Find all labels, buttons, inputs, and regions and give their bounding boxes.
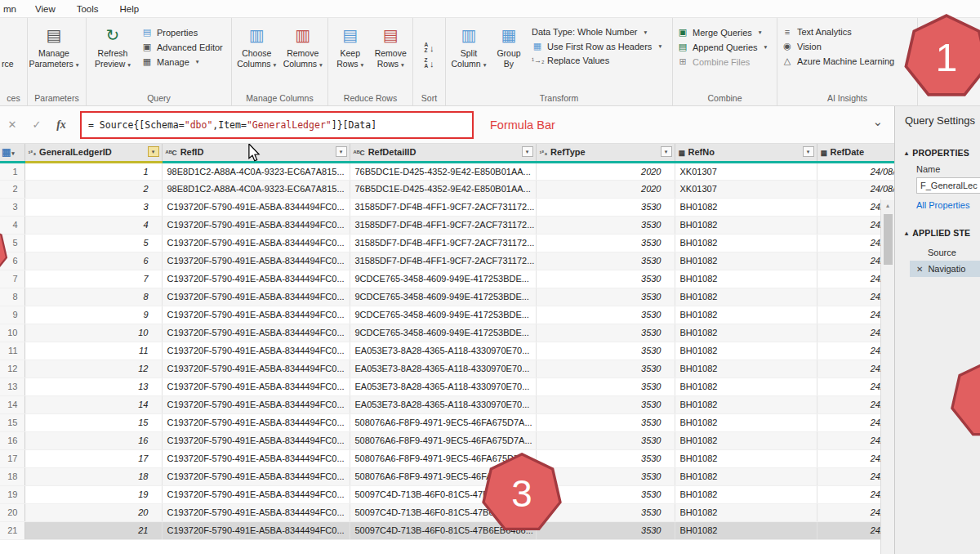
cell-refid[interactable]: C193720F-5790-491E-A5BA-8344494FC0... bbox=[162, 234, 350, 252]
cell-refdetailid[interactable]: 31585DF7-DF4B-4FF1-9CF7-2ACF731172... bbox=[350, 252, 536, 270]
row-number[interactable]: 14 bbox=[0, 395, 24, 413]
cell-refid[interactable]: C193720F-5790-491E-A5BA-8344494FC0... bbox=[162, 431, 350, 449]
cell-refid[interactable]: C193720F-5790-491E-A5BA-8344494FC0... bbox=[162, 270, 350, 288]
cell-reftype[interactable]: 3530 bbox=[536, 234, 675, 252]
append-queries-button[interactable]: ▤ Append Queries▾ bbox=[677, 42, 767, 52]
row-number[interactable]: 10 bbox=[0, 324, 24, 342]
cell-refid[interactable]: C193720F-5790-491E-A5BA-8344494FC0... bbox=[162, 198, 350, 216]
query-name-input[interactable]: F_GeneralLec bbox=[916, 177, 980, 194]
row-number[interactable]: 2 bbox=[0, 180, 24, 198]
cell-generalledgerid[interactable]: 16 bbox=[24, 431, 162, 449]
cell-reftype[interactable]: 3530 bbox=[536, 288, 675, 306]
cell-refid[interactable]: C193720F-5790-491E-A5BA-8344494FC0... bbox=[162, 288, 350, 306]
cell-refno[interactable]: BH01082 bbox=[675, 360, 817, 378]
cell-generalledgerid[interactable]: 3 bbox=[24, 198, 162, 216]
menu-tab-add-column-clipped[interactable]: mn bbox=[0, 4, 24, 14]
cell-refno[interactable]: BH01082 bbox=[675, 449, 817, 467]
filter-dropdown-icon[interactable]: ▾ bbox=[803, 146, 814, 157]
cell-reftype[interactable]: 3530 bbox=[536, 378, 675, 395]
expand-formula-bar-icon[interactable]: ⌄ bbox=[872, 114, 883, 129]
row-number[interactable]: 19 bbox=[0, 485, 24, 503]
cell-refno[interactable]: BH01082 bbox=[675, 324, 817, 342]
cell-refid[interactable]: 98E8D1C2-A88A-4C0A-9323-EC6A7A815... bbox=[162, 180, 350, 198]
text-analytics-button[interactable]: ≡ Text Analytics bbox=[782, 27, 894, 37]
cell-generalledgerid[interactable]: 7 bbox=[24, 270, 162, 288]
row-number[interactable]: 13 bbox=[0, 378, 24, 395]
menu-tab-view[interactable]: View bbox=[24, 4, 66, 14]
cell-generalledgerid[interactable]: 5 bbox=[24, 234, 162, 252]
azure-machine-learning-button[interactable]: △ Azure Machine Learning bbox=[782, 56, 894, 66]
cell-refdetailid[interactable]: EA053E73-8A28-4365-A118-4330970E70... bbox=[350, 342, 536, 360]
cell-generalledgerid[interactable]: 21 bbox=[24, 521, 162, 539]
cell-generalledgerid[interactable]: 20 bbox=[24, 503, 162, 521]
cell-refid[interactable]: C193720F-5790-491E-A5BA-8344494FC0... bbox=[162, 485, 350, 503]
row-number[interactable]: 15 bbox=[0, 413, 24, 431]
cell-refno[interactable]: BH01082 bbox=[675, 252, 817, 270]
row-number[interactable]: 9 bbox=[0, 306, 24, 324]
cell-generalledgerid[interactable]: 2 bbox=[24, 180, 162, 198]
cell-reftype[interactable]: 3530 bbox=[536, 324, 675, 342]
cell-refdetailid[interactable]: 31585DF7-DF4B-4FF1-9CF7-2ACF731172... bbox=[350, 216, 536, 234]
cancel-formula-icon[interactable]: ✕ bbox=[0, 118, 24, 131]
cell-refdate[interactable]: 24/08/0... bbox=[817, 180, 894, 198]
cell-reftype[interactable]: 2020 bbox=[536, 180, 675, 198]
cell-generalledgerid[interactable]: 10 bbox=[24, 324, 162, 342]
cell-refno[interactable]: BH01082 bbox=[675, 270, 817, 288]
cell-refno[interactable]: BH01082 bbox=[675, 485, 817, 503]
formula-input[interactable]: = Source{[Schema="dbo",Item="GeneralLedg… bbox=[80, 111, 474, 139]
cell-refno[interactable]: BH01082 bbox=[675, 395, 817, 413]
row-number[interactable]: 21 bbox=[0, 521, 24, 539]
cell-refno[interactable]: BH01082 bbox=[675, 288, 817, 306]
manage-parameters-button[interactable]: ▤ Manage Parameters▾ bbox=[30, 20, 78, 69]
remove-columns-button[interactable]: ▥ Remove Columns▾ bbox=[281, 20, 326, 69]
split-column-button[interactable]: ▥ Split Column▾ bbox=[448, 20, 489, 69]
cell-refid[interactable]: C193720F-5790-491E-A5BA-8344494FC0... bbox=[162, 413, 350, 431]
cell-refid[interactable]: C193720F-5790-491E-A5BA-8344494FC0... bbox=[162, 503, 350, 521]
vertical-scrollbar[interactable]: ▴ bbox=[880, 199, 894, 554]
cell-generalledgerid[interactable]: 18 bbox=[24, 467, 162, 485]
cell-generalledgerid[interactable]: 1 bbox=[24, 162, 162, 180]
group-by-button[interactable]: ▦ Group By bbox=[491, 20, 527, 69]
select-all-corner[interactable]: ▦▾ bbox=[0, 144, 24, 162]
cell-refdetailid[interactable]: 9CDCE765-3458-4609-949E-417253BDE... bbox=[350, 270, 536, 288]
choose-columns-button[interactable]: ▥ Choose Columns▾ bbox=[234, 20, 279, 69]
advanced-editor-button[interactable]: ▣ Advanced Editor bbox=[141, 42, 223, 52]
cell-reftype[interactable]: 3530 bbox=[536, 252, 675, 270]
column-header-refno[interactable]: ▦RefNo▾ bbox=[675, 144, 817, 162]
cell-refno[interactable]: BH01082 bbox=[675, 342, 817, 360]
cell-reftype[interactable]: 3530 bbox=[536, 431, 675, 449]
cell-generalledgerid[interactable]: 14 bbox=[24, 395, 162, 413]
merge-queries-button[interactable]: ▣ Merge Queries▾ bbox=[677, 27, 767, 38]
cell-refno[interactable]: BH01082 bbox=[675, 521, 817, 539]
cell-refid[interactable]: 98E8D1C2-A88A-4C0A-9323-EC6A7A815... bbox=[162, 162, 350, 180]
cell-refno[interactable]: BH01082 bbox=[675, 378, 817, 395]
cell-reftype[interactable]: 3530 bbox=[536, 360, 675, 378]
scroll-up-icon[interactable]: ▴ bbox=[886, 202, 889, 209]
cell-generalledgerid[interactable]: 12 bbox=[24, 360, 162, 378]
cell-refid[interactable]: C193720F-5790-491E-A5BA-8344494FC0... bbox=[162, 324, 350, 342]
cell-refno[interactable]: BH01082 bbox=[675, 503, 817, 521]
cell-refno[interactable]: BH01082 bbox=[675, 467, 817, 485]
cell-refno[interactable]: XK01307 bbox=[675, 180, 817, 198]
applied-step-source[interactable]: Source bbox=[910, 244, 980, 261]
cell-generalledgerid[interactable]: 19 bbox=[24, 485, 162, 503]
row-number[interactable]: 11 bbox=[0, 342, 24, 360]
cell-refdetailid[interactable]: 508076A6-F8F9-4971-9EC5-46FA675D7A... bbox=[350, 431, 536, 449]
collapse-properties-icon[interactable]: ▴ bbox=[905, 150, 908, 157]
cell-refdetailid[interactable]: EA053E73-8A28-4365-A118-4330970E70... bbox=[350, 395, 536, 413]
column-header-generalledgerid[interactable]: ¹²₃GeneralLedgerID▾ bbox=[24, 144, 162, 162]
cell-generalledgerid[interactable]: 15 bbox=[24, 413, 162, 431]
cell-refdetailid[interactable]: 508076A6-F8F9-4971-9EC5-46FA675D7A... bbox=[350, 413, 536, 431]
cell-reftype[interactable]: 3530 bbox=[536, 306, 675, 324]
cell-reftype[interactable]: 3530 bbox=[536, 198, 675, 216]
cell-refno[interactable]: BH01082 bbox=[675, 306, 817, 324]
refresh-preview-button[interactable]: ↻ Refresh Preview▾ bbox=[89, 20, 136, 69]
row-number[interactable]: 20 bbox=[0, 503, 24, 521]
sort-descending-button[interactable]: ZA ↓ bbox=[424, 58, 434, 69]
cell-generalledgerid[interactable]: 8 bbox=[24, 288, 162, 306]
cell-refdetailid[interactable]: 9CDCE765-3458-4609-949E-417253BDE... bbox=[350, 324, 536, 342]
delete-step-icon[interactable]: ✕ bbox=[916, 265, 923, 274]
cell-refdetailid[interactable]: 31585DF7-DF4B-4FF1-9CF7-2ACF731172... bbox=[350, 198, 536, 216]
cell-refdetailid[interactable]: 9CDCE765-3458-4609-949E-417253BDE... bbox=[350, 306, 536, 324]
cell-refno[interactable]: BH01082 bbox=[675, 431, 817, 449]
